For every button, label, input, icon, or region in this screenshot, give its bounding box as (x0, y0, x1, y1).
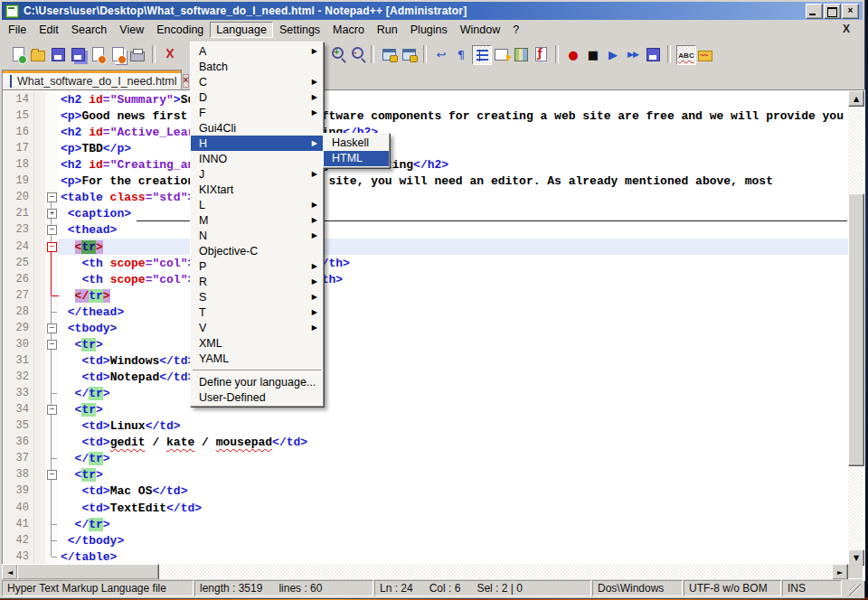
language-menu-item-yaml[interactable]: YAML (191, 351, 323, 366)
save-all-button[interactable] (69, 45, 87, 63)
code-line: 24 <tr> (4, 239, 849, 256)
language-menu-item-d[interactable]: D▶ (191, 89, 323, 105)
language-menu-item-t[interactable]: T▶ (191, 305, 323, 320)
menubar-item-file[interactable]: File (2, 22, 33, 38)
minimize-button[interactable] (806, 4, 823, 19)
maximize-button[interactable] (824, 4, 841, 19)
line-number: 37 (4, 452, 29, 464)
spell-check-settings-button[interactable] (696, 45, 714, 63)
playback-button[interactable]: ▶ (604, 45, 622, 63)
menubar-item-settings[interactable]: Settings (273, 22, 326, 38)
menubar-item-window[interactable]: Window (454, 22, 506, 38)
language-menu-item-s[interactable]: S▶ (191, 289, 323, 305)
toolbar-separator (152, 45, 156, 63)
language-menu-item-r[interactable]: R▶ (191, 274, 323, 289)
scroll-up-button[interactable]: ▲ (848, 90, 864, 107)
zoom-out-button[interactable]: - (347, 45, 365, 63)
word-wrap-button[interactable]: ↩ (432, 45, 450, 63)
fold-collapse-box[interactable]: − (47, 192, 57, 202)
close-button[interactable]: × (842, 4, 859, 19)
submenu-arrow-icon: ▶ (312, 308, 317, 316)
show-all-characters-button[interactable]: ¶ (452, 45, 470, 63)
language-menu-item-j[interactable]: J▶ (191, 166, 323, 182)
language-menu-item-v[interactable]: V▶ (191, 320, 323, 335)
vertical-scrollbar[interactable]: ▲ ▼ (848, 90, 863, 564)
start-recording-button[interactable]: ● (564, 45, 582, 63)
tab-what-software-do-i-need[interactable]: What_software_do_I_need.html × (2, 70, 182, 91)
language-menu-item-m[interactable]: M▶ (191, 212, 323, 228)
language-menu-item-gui4cli[interactable]: Gui4Cli (191, 120, 323, 136)
menubar-item-language[interactable]: Language (210, 22, 273, 38)
submenu-arrow-icon: ▶ (312, 170, 317, 178)
submenu-item-haskell[interactable]: Haskell (324, 135, 389, 151)
zoom-in-button[interactable]: + (327, 45, 345, 63)
language-menu-item-xml[interactable]: XML (191, 335, 323, 351)
language-menu-item-define-your-language[interactable]: Define your language... (191, 374, 323, 389)
scroll-right-button[interactable]: ► (832, 564, 848, 580)
close-all-button[interactable] (108, 45, 127, 63)
sync-vertical-button[interactable] (380, 45, 398, 63)
fold-collapse-box[interactable]: − (47, 225, 57, 235)
open-file-button[interactable] (29, 45, 47, 63)
save-recorded-macro-icon (646, 48, 660, 61)
scroll-left-button[interactable]: ◄ (2, 564, 18, 580)
language-menu-item-l[interactable]: L▶ (191, 197, 323, 212)
language-menu-item-c[interactable]: C▶ (191, 74, 323, 89)
menu-item-label: Define your language... (199, 376, 316, 389)
horizontal-scrollbar[interactable]: ◄ ► (2, 564, 848, 578)
code-editor[interactable]: 14<h2 id="Summary">Summary</h2>15<p>Good… (4, 91, 849, 565)
language-menu-item-batch[interactable]: Batch (191, 59, 323, 74)
menubar-item-encoding[interactable]: Encoding (150, 22, 210, 38)
run-macro-multiple-times-button[interactable]: ▶▶ (624, 45, 642, 63)
language-menu-item-a[interactable]: A▶ (191, 43, 323, 59)
fold-expand-box[interactable]: + (47, 209, 57, 219)
menubar-item-view[interactable]: View (113, 22, 150, 38)
title-bar[interactable]: C:\Users\user\Desktop\What_software_do_I… (2, 2, 863, 20)
save-file-button[interactable] (49, 45, 67, 63)
menubar-item-search[interactable]: Search (65, 22, 114, 38)
code-text: <caption> (61, 206, 131, 221)
code-text: <tr> (61, 402, 103, 417)
sync-horizontal-button[interactable] (400, 45, 418, 63)
minimize-icon (809, 14, 816, 15)
stop-recording-button[interactable]: ■ (584, 45, 602, 63)
show-indent-guide-button[interactable] (472, 45, 492, 65)
fold-collapse-box[interactable]: − (47, 340, 57, 350)
fold-collapse-box[interactable]: − (47, 405, 57, 415)
print-button[interactable] (128, 45, 146, 63)
vertical-scrollbar-thumb[interactable] (848, 193, 864, 466)
menubar-item-[interactable]: ? (506, 22, 525, 38)
menubar-item-run[interactable]: Run (371, 22, 404, 38)
language-menu-item-n[interactable]: N▶ (191, 228, 323, 243)
language-menu-item-kixtart[interactable]: KIXtart (191, 182, 323, 197)
user-defined-dialog-button[interactable] (492, 45, 510, 63)
close-file-icon (92, 47, 104, 61)
language-menu-item-inno[interactable]: INNO (191, 151, 323, 166)
tab-close-button[interactable]: × (183, 74, 190, 88)
menubar-item-macro[interactable]: Macro (326, 22, 371, 38)
close-file-button[interactable] (89, 45, 107, 63)
document-map-button[interactable] (512, 45, 530, 63)
horizontal-scrollbar-thumb[interactable] (17, 564, 159, 580)
function-list-button[interactable] (532, 45, 550, 63)
language-menu-item-p[interactable]: P▶ (191, 258, 323, 274)
spell-check-button[interactable]: ABC (676, 45, 696, 65)
save-recorded-macro-button[interactable] (644, 45, 662, 63)
language-menu-item-user-defined[interactable]: User-Defined (191, 389, 323, 405)
badge-dot (18, 55, 27, 64)
line-number: 32 (4, 370, 29, 383)
new-file-button[interactable] (9, 45, 27, 63)
status-eol-format: Dos\Windows (592, 580, 683, 596)
language-menu-item-f[interactable]: F▶ (191, 105, 323, 120)
menubar-item-plugins[interactable]: Plugins (404, 22, 454, 38)
language-menu-item-h[interactable]: H▶ (191, 136, 323, 151)
cut-button[interactable] (161, 45, 179, 63)
language-menu-item-objective-c[interactable]: Objective-C (191, 243, 323, 258)
fold-collapse-box[interactable]: − (47, 470, 57, 480)
fold-collapse-box[interactable]: − (47, 242, 57, 252)
submenu-item-html[interactable]: HTML (324, 151, 389, 167)
resize-grip[interactable] (849, 584, 861, 595)
document-close-button[interactable]: X (843, 23, 850, 35)
fold-collapse-box[interactable]: − (47, 323, 57, 333)
menubar-item-edit[interactable]: Edit (33, 22, 65, 38)
